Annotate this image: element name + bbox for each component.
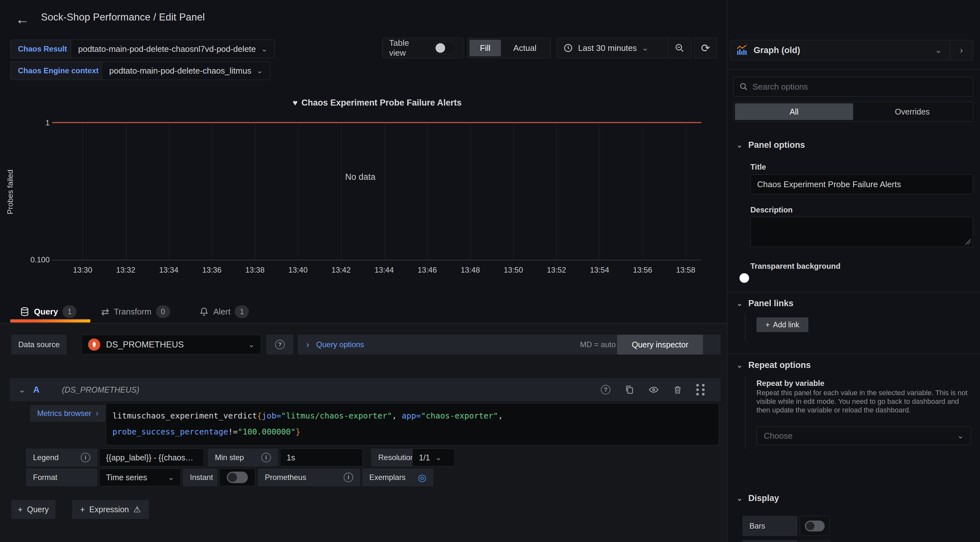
zoom-out-icon [675,43,684,53]
legend-input[interactable] [99,448,204,466]
table-view-toggle[interactable] [434,41,457,54]
repeat-variable-select[interactable]: Choose ⌄ [756,426,971,445]
chevron-down-icon: ⌄ [256,67,263,74]
tab-overrides[interactable]: Overrides [853,103,971,120]
chart-title: ♥Chaos Experiment Probe Failure Alerts [53,98,702,108]
x-tick-label: 13:34 [159,266,178,274]
y-tick-top: 1 [11,118,49,127]
search-icon [740,82,748,91]
metrics-browser-button[interactable]: Metrics browser › [30,405,105,422]
bars-toggle[interactable] [805,521,825,531]
bars-toggle-box [800,516,830,536]
title-label: Title [750,163,766,171]
fill-option[interactable]: Fill [469,40,501,56]
datasource-label: Data source [11,335,67,355]
chevron-down-icon: ⌄ [957,432,964,440]
gridline [83,123,83,260]
chevron-down-icon: ⌄ [435,454,442,461]
min-step-input[interactable] [280,448,363,466]
query-help-icon[interactable]: ? [601,385,611,395]
alert-count-badge: 1 [235,305,249,318]
y-tick-bottom: 0.100 [11,255,49,264]
gridline [212,123,212,260]
chevron-down-icon: ⌄ [248,341,255,349]
exemplars-control[interactable]: Exemplars ◎ [362,468,433,487]
promql-editor[interactable]: litmuschaos_experiment_verdict{job="litm… [106,403,719,445]
min-step-label: Min stepi [208,448,278,466]
x-tick-label: 13:36 [202,266,221,274]
back-arrow-icon[interactable]: ← [13,10,32,29]
prometheus-type-label: Prometheusi [258,468,360,487]
plus-icon: + [765,320,770,329]
chevron-down-icon: ⌄ [261,45,267,53]
database-icon [20,306,29,317]
plus-icon: + [18,505,23,514]
duplicate-query-icon[interactable] [625,385,634,395]
section-panel-links[interactable]: ⌄ Panel links [737,298,794,308]
gridline [600,123,600,260]
description-textarea[interactable] [750,217,973,247]
query-datasource-name: (DS_PROMETHEUS) [62,385,139,395]
gridline [126,123,126,260]
datasource-help-button[interactable]: ? [266,335,293,355]
chevron-down-icon: ⌄ [737,142,742,149]
zoom-out-button[interactable] [668,43,691,53]
tab-transform[interactable]: ⇄ Transform 0 [101,300,170,323]
gridline [686,123,686,260]
tab-alert[interactable]: Alert 1 [199,300,249,323]
x-tick-label: 13:44 [374,266,394,274]
tab-all[interactable]: All [735,103,853,120]
chevron-down-icon: ⌄ [737,362,742,369]
prometheus-icon [88,339,100,351]
x-tick-label: 13:58 [676,266,695,274]
instant-toggle-box [220,468,255,487]
x-tick-label: 13:56 [633,266,652,274]
query-row-header[interactable]: ⌄ A (DS_PROMETHEUS) ? [10,378,721,401]
options-search[interactable] [733,77,973,97]
x-axis-line [52,260,702,260]
delete-query-icon[interactable] [673,385,682,395]
variable-label-chaos-engine: Chaos Engine context [11,62,106,80]
collapse-pane-icon[interactable]: › [950,45,973,55]
section-display[interactable]: ⌄ Display [737,493,779,503]
info-icon: i [344,472,353,482]
bell-icon [199,306,209,317]
gridline [557,123,557,260]
instant-label: Instant [183,468,218,487]
chevron-down-icon: ⌄ [935,46,942,54]
exemplars-icon: ◎ [418,472,426,483]
promql-line-2: probe_success_percentage!="100.000000"} [112,424,712,440]
section-repeat-options[interactable]: ⌄ Repeat options [737,360,811,370]
instant-toggle[interactable] [227,472,248,483]
help-icon: ? [275,340,285,349]
resize-handle[interactable] [965,239,971,245]
format-select[interactable]: Time series ⌄ [99,468,181,487]
drag-handle-icon[interactable] [696,385,705,395]
x-tick-label: 13:48 [461,266,480,274]
time-range-button[interactable]: Last 30 minutes ⌄ [557,43,668,53]
query-ref-id: A [33,385,40,395]
actual-option[interactable]: Actual [501,43,549,53]
query-inspector-button[interactable]: Query inspector [617,335,703,355]
variable-select-chaos-result[interactable]: podtato-main-pod-delete-chaosnl7vd-pod-d… [71,40,275,58]
section-panel-options[interactable]: ⌄ Panel options [737,140,805,150]
add-expression-button[interactable]: +Expression ⚠ [72,500,149,519]
refresh-button[interactable]: ⟳ [694,38,717,58]
collapse-chevron-icon[interactable]: ⌄ [19,385,25,394]
datasource-picker[interactable]: DS_PROMETHEUS ⌄ [81,335,261,355]
add-query-button[interactable]: +Query [11,500,56,519]
table-view-control: Table view [382,38,463,58]
format-label: Format [26,468,97,487]
grafana-edit-panel: ← Sock-Shop Performance / Edit Panel ⚙ D… [0,0,980,542]
panel-title-input[interactable] [750,174,973,194]
variable-select-chaos-engine[interactable]: podtato-main-pod-delete-chaos_litmus ⌄ [102,62,270,80]
transform-count-badge: 0 [156,305,170,318]
query-options-toggle[interactable]: Query options [316,340,364,349]
resolution-select[interactable]: 1/1 ⌄ [412,448,455,466]
visualization-picker[interactable]: Graph (old) ⌄ › [730,40,973,60]
bars-label: Bars [742,516,797,536]
repeat-description: Repeat this panel for each value in the … [756,388,972,414]
add-link-button[interactable]: +Add link [756,317,808,332]
toggle-visibility-icon[interactable] [648,385,659,395]
next-toggle-peek [800,540,830,542]
